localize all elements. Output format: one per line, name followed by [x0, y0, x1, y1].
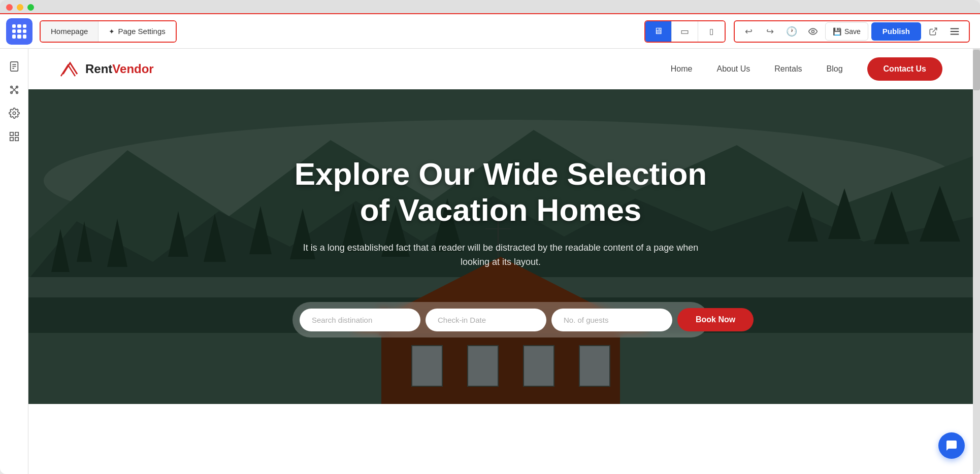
- svg-point-0: [811, 30, 814, 32]
- editor-logo[interactable]: [6, 18, 32, 45]
- mobile-icon: ▯: [709, 27, 713, 36]
- logo-text: RentVendor: [85, 62, 154, 76]
- publish-button[interactable]: Publish: [871, 22, 921, 41]
- svg-rect-19: [15, 138, 18, 141]
- hero-subtitle: It is a long established fact that a rea…: [292, 241, 709, 270]
- site-nav: RentVendor Home About Us Rentals Blog Co…: [28, 49, 973, 89]
- redo-button[interactable]: ↪: [761, 22, 779, 41]
- viewport-group: 🖥 ▭ ▯: [644, 20, 726, 43]
- checkin-date-input[interactable]: [426, 309, 546, 331]
- editor-window: Homepage ✦ Page Settings 🖥 ▭ ▯ ↩ ↪ 🕐: [0, 0, 980, 474]
- svg-rect-18: [10, 138, 13, 141]
- save-icon: 💾: [833, 27, 841, 36]
- undo-button[interactable]: ↩: [740, 22, 758, 41]
- nav-blog[interactable]: Blog: [827, 64, 843, 74]
- nav-home[interactable]: Home: [671, 64, 693, 74]
- site-logo: RentVendor: [59, 60, 154, 78]
- tab-page-settings[interactable]: ✦ Page Settings: [99, 21, 175, 42]
- hamburger-menu-button[interactable]: [945, 22, 964, 41]
- minimize-button[interactable]: [17, 4, 23, 11]
- external-link-button[interactable]: [924, 22, 942, 41]
- preview-canvas[interactable]: RentVendor Home About Us Rentals Blog Co…: [28, 49, 973, 474]
- title-bar: [0, 0, 980, 14]
- nav-links: Home About Us Rentals Blog: [671, 64, 843, 74]
- contact-btn-label: Contact Us: [884, 64, 926, 73]
- left-sidebar: [0, 49, 28, 474]
- hero-content: Explore Our Wide Selection of Vacation H…: [272, 156, 729, 292]
- publish-label: Publish: [883, 27, 910, 36]
- mobile-view-button[interactable]: ▯: [698, 21, 725, 42]
- nav-about[interactable]: About Us: [716, 64, 750, 74]
- tab-group: Homepage ✦ Page Settings: [40, 20, 177, 43]
- guests-input[interactable]: [551, 309, 672, 331]
- scrollbar-thumb[interactable]: [973, 50, 980, 90]
- history-button[interactable]: 🕐: [782, 22, 801, 41]
- search-destination-input[interactable]: [300, 309, 420, 331]
- sidebar-item-layers[interactable]: [4, 126, 25, 147]
- tablet-icon: ▭: [680, 26, 689, 37]
- action-group: ↩ ↪ 🕐 💾 Save Publish: [734, 20, 970, 43]
- nav-rentals[interactable]: Rentals: [774, 64, 802, 74]
- preview-button[interactable]: [804, 22, 822, 41]
- hero-section: Explore Our Wide Selection of Vacation H…: [28, 89, 973, 404]
- editor-body: RentVendor Home About Us Rentals Blog Co…: [0, 49, 980, 474]
- save-button[interactable]: 💾 Save: [825, 22, 868, 41]
- settings-tab-icon: ✦: [109, 27, 115, 36]
- tablet-view-button[interactable]: ▭: [672, 21, 698, 42]
- chat-button[interactable]: [938, 432, 965, 459]
- desktop-icon: 🖥: [654, 26, 663, 37]
- tab-homepage[interactable]: Homepage: [41, 21, 99, 42]
- website-preview: RentVendor Home About Us Rentals Blog Co…: [28, 49, 973, 474]
- save-label: Save: [844, 27, 861, 36]
- close-button[interactable]: [6, 4, 13, 11]
- sidebar-item-page[interactable]: [4, 56, 25, 77]
- page-settings-tab-label: Page Settings: [118, 27, 165, 36]
- scrollbar-track[interactable]: [973, 49, 980, 474]
- maximize-button[interactable]: [27, 4, 34, 11]
- editor-toolbar: Homepage ✦ Page Settings 🖥 ▭ ▯ ↩ ↪ 🕐: [0, 14, 980, 49]
- search-bar: Book Now: [292, 302, 709, 337]
- book-btn-label: Book Now: [696, 315, 735, 324]
- sidebar-item-elements[interactable]: [4, 79, 25, 100]
- svg-point-15: [13, 112, 16, 115]
- homepage-tab-label: Homepage: [51, 27, 88, 36]
- svg-line-1: [933, 28, 937, 32]
- desktop-view-button[interactable]: 🖥: [645, 21, 672, 42]
- svg-rect-16: [10, 132, 13, 136]
- svg-rect-17: [15, 132, 18, 136]
- sidebar-item-settings[interactable]: [4, 103, 25, 124]
- contact-us-button[interactable]: Contact Us: [867, 57, 942, 81]
- book-now-button[interactable]: Book Now: [677, 308, 754, 331]
- hero-title: Explore Our Wide Selection of Vacation H…: [292, 156, 709, 228]
